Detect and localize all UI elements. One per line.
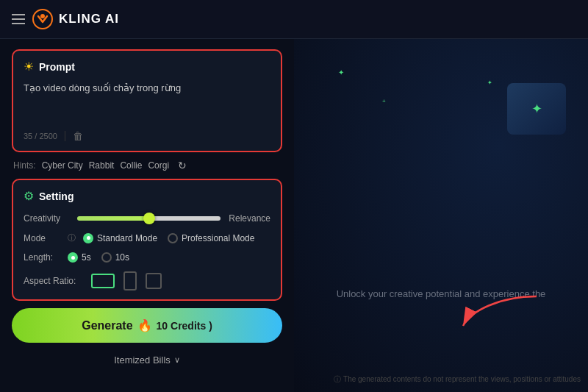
left-panel: ☀ Prompt Tạo video dòng suối chảy trong … [0, 39, 294, 392]
length-5s-label: 5s [82, 252, 91, 263]
mode-info-icon[interactable]: ⓘ [68, 232, 76, 243]
length-label: Length: [24, 252, 60, 263]
mode-row: Mode ⓘ Standard Mode Professional Mode [24, 232, 270, 243]
logo-icon [32, 9, 53, 29]
hint-corgi[interactable]: Corgi [148, 160, 169, 171]
aspect-portrait-option[interactable] [123, 271, 137, 291]
star-icon-2: + [382, 98, 386, 104]
aspect-wide-box [91, 274, 115, 288]
slider-track [77, 216, 220, 221]
length-10s-radio [101, 252, 112, 263]
length-5s-option[interactable]: 5s [68, 252, 91, 263]
svg-point-0 [33, 10, 52, 29]
mode-label: Mode [24, 233, 60, 243]
generate-label: Generate [82, 319, 132, 332]
setting-label: Setting [39, 190, 74, 202]
right-panel: ✦ + ✦ Unlock your creative potential and… [294, 39, 588, 392]
setting-header: ⚙ Setting [24, 189, 270, 203]
prompt-footer: 35 / 2500 🗑 [24, 130, 270, 142]
prompt-textarea[interactable]: Tạo video dòng suối chảy trong rừng [24, 81, 270, 121]
hints-label: Hints: [13, 160, 36, 171]
char-count: 35 / 2500 [24, 132, 57, 140]
clear-prompt-button[interactable]: 🗑 [73, 130, 83, 142]
prompt-header: ☀ Prompt [24, 60, 270, 74]
professional-mode-radio [168, 233, 178, 243]
length-radio-group: 5s 10s [68, 252, 129, 263]
fire-icon: 🔥 [137, 318, 152, 332]
prompt-label: Prompt [39, 61, 75, 73]
aspect-ratio-row: Aspect Ratio: [24, 271, 270, 291]
professional-mode-option[interactable]: Professional Mode [168, 233, 254, 243]
standard-mode-radio [83, 233, 93, 243]
hints-row: Hints: Cyber City Rabbit Collie Corgi ↻ [12, 160, 282, 171]
standard-mode-option[interactable]: Standard Mode [83, 233, 157, 243]
slider-thumb [143, 213, 155, 224]
creativity-label: Creativity [24, 213, 71, 224]
preview-thumbnail [507, 83, 566, 135]
generate-button[interactable]: Generate 🔥 10 Credits ) [12, 308, 282, 343]
unlock-text: Unlock your creative potential and exper… [294, 288, 588, 299]
itemized-bills-row[interactable]: Itemized Bills ∨ [12, 350, 282, 367]
aspect-ratio-label: Aspect Ratio: [24, 276, 82, 286]
aspect-portrait-box [123, 271, 137, 291]
logo-area: KLING AI [32, 9, 119, 29]
svg-point-1 [40, 14, 45, 18]
length-5s-radio [68, 252, 78, 263]
star-icon-3: ✦ [487, 79, 492, 86]
app-header: KLING AI [0, 0, 588, 39]
refresh-hints-button[interactable]: ↻ [178, 160, 187, 171]
mode-radio-group: Standard Mode Professional Mode [83, 233, 254, 243]
main-layout: ☀ Prompt Tạo video dòng suối chảy trong … [0, 39, 588, 392]
chevron-down-icon: ∨ [174, 355, 180, 365]
divider [65, 131, 65, 141]
hint-rabbit[interactable]: Rabbit [89, 160, 115, 171]
hint-cyber-city[interactable]: Cyber City [42, 160, 83, 171]
aspect-square-box [146, 273, 162, 289]
length-10s-option[interactable]: 10s [101, 252, 129, 263]
prompt-box: ☀ Prompt Tạo video dòng suối chảy trong … [12, 49, 282, 152]
hint-collie[interactable]: Collie [120, 160, 142, 171]
aspect-wide-option[interactable] [91, 274, 115, 288]
relevance-label: Relevance [226, 213, 270, 224]
star-icon-1: ✦ [338, 68, 344, 76]
app-title: KLING AI [59, 12, 119, 26]
red-arrow-indicator [456, 289, 544, 336]
itemized-bills-label: Itemized Bills [114, 354, 171, 366]
disclaimer-text: ⓘ The generated contents do not represen… [334, 374, 581, 385]
setting-box: ⚙ Setting Creativity Relevance Mode ⓘ [12, 179, 282, 301]
length-10s-label: 10s [115, 252, 129, 263]
aspect-square-option[interactable] [146, 273, 162, 289]
creativity-slider[interactable] [77, 216, 220, 221]
sun-icon: ☀ [24, 60, 34, 74]
professional-mode-label: Professional Mode [182, 233, 254, 243]
length-row: Length: 5s 10s [24, 252, 270, 263]
credits-label: 10 Credits ) [157, 320, 212, 332]
creativity-row: Creativity Relevance [24, 213, 270, 224]
menu-button[interactable] [12, 14, 25, 24]
setting-icon: ⚙ [24, 189, 34, 203]
disclaimer: ⓘ The generated contents do not represen… [334, 374, 581, 385]
standard-mode-label: Standard Mode [97, 233, 157, 243]
